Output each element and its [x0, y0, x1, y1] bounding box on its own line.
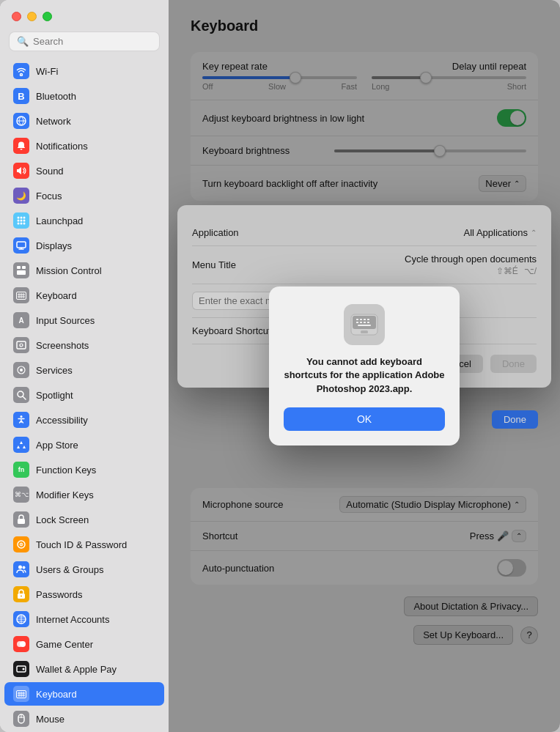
zoom-button[interactable] — [43, 12, 52, 21]
svg-point-36 — [21, 596, 22, 597]
sidebar-item-spotlight[interactable]: Spotlight — [4, 383, 164, 407]
minimize-button[interactable] — [27, 12, 37, 21]
alert-dialog: You cannot add keyboard shortcuts for th… — [269, 286, 460, 446]
bluetooth-icon: B — [13, 88, 29, 104]
svg-rect-30 — [18, 519, 25, 524]
svg-rect-11 — [17, 242, 26, 248]
sidebar-item-wallet[interactable]: Wallet & Apple Pay — [4, 657, 164, 681]
svg-point-4 — [23, 217, 26, 219]
sidebar-item-sound[interactable]: Sound — [4, 159, 164, 182]
sidebar-item-label-internetaccounts: Internet Accounts — [36, 614, 109, 625]
sidebar-item-bluetooth[interactable]: B Bluetooth — [4, 84, 164, 108]
sidebar-item-mission[interactable]: Mission Control — [4, 259, 164, 282]
sidebar-item-appstore[interactable]: App Store — [4, 433, 164, 456]
alert-icon — [344, 304, 385, 345]
svg-rect-55 — [364, 319, 366, 320]
sidebar-item-users[interactable]: Users & Groups — [4, 558, 164, 581]
svg-rect-57 — [356, 322, 358, 323]
close-button[interactable] — [12, 12, 21, 21]
sidebar-item-label-mission: Mission Control — [36, 265, 102, 276]
sidebar-item-input[interactable]: A Input Sources — [4, 308, 164, 332]
traffic-lights — [0, 0, 169, 29]
search-box[interactable]: 🔍 — [9, 32, 160, 51]
sidebar-item-label-function: Function Keys — [36, 465, 96, 476]
svg-point-5 — [18, 220, 20, 222]
sidebar-item-label-touchid: Touch ID & Password — [36, 539, 127, 550]
svg-rect-56 — [367, 319, 369, 320]
sidebar-item-function[interactable]: fn Function Keys — [4, 458, 164, 481]
sidebar-item-screenshot[interactable]: Screenshots — [4, 333, 164, 357]
sidebar-item-internetaccounts[interactable]: Internet Accounts — [4, 607, 164, 631]
svg-rect-54 — [360, 319, 362, 320]
appstore-icon — [13, 437, 29, 453]
sidebar-item-label-users: Users & Groups — [36, 564, 103, 575]
sidebar-item-passwords[interactable]: Passwords — [4, 583, 164, 606]
search-icon: 🔍 — [17, 36, 29, 47]
gamecenter-icon — [13, 636, 29, 652]
wallet-icon — [13, 661, 29, 677]
function-icon: fn — [13, 462, 29, 478]
svg-rect-16 — [17, 270, 26, 275]
sidebar-item-label-services: Services — [36, 365, 73, 376]
screenshot-icon — [13, 337, 29, 353]
sidebar-item-gamecenter[interactable]: Game Center — [4, 632, 164, 656]
sidebar: 🔍 Wi-Fi B Bluetooth Network — [0, 0, 169, 732]
sidebar-item-label-wifi: Wi-Fi — [36, 66, 58, 77]
sidebar-item-label-keyboard-active: Keyboard — [36, 689, 77, 700]
sidebar-item-accessibility[interactable]: Accessibility — [4, 408, 164, 432]
sidebar-item-label-modifier: Modifier Keys — [36, 489, 94, 500]
sidebar-item-label-gamecenter: Game Center — [36, 639, 93, 650]
sidebar-item-label-spotlight: Spotlight — [36, 390, 73, 401]
alert-ok-button[interactable]: OK — [284, 407, 445, 431]
wifi-icon — [13, 63, 29, 79]
modifier-icon: ⌘⌥ — [13, 487, 29, 503]
sidebar-item-label-notifications: Notifications — [36, 141, 88, 152]
sidebar-item-displays[interactable]: Displays — [4, 234, 164, 257]
svg-point-6 — [21, 220, 23, 222]
lockscreen-icon — [13, 511, 29, 528]
sidebar-item-label-mouse: Mouse — [36, 714, 65, 725]
sidebar-item-focus[interactable]: 🌙 Focus — [4, 184, 164, 207]
svg-point-3 — [21, 217, 23, 219]
sidebar-item-label-passwords: Passwords — [36, 589, 83, 600]
mission-icon — [13, 262, 29, 278]
sidebar-item-services[interactable]: Services — [4, 358, 164, 382]
internetaccounts-icon — [13, 611, 29, 627]
sidebar-item-label-screenshot: Screenshots — [36, 340, 89, 351]
sidebar-item-label-appstore: App Store — [36, 440, 78, 451]
sidebar-item-lockscreen[interactable]: Lock Screen — [4, 508, 164, 531]
sidebar-item-keyboard-active[interactable]: Keyboard — [4, 682, 164, 706]
touchid-icon — [13, 536, 29, 552]
network-icon — [13, 113, 29, 129]
svg-rect-60 — [367, 322, 369, 323]
passwords-icon — [13, 586, 29, 602]
svg-point-34 — [23, 566, 26, 569]
svg-point-25 — [20, 369, 23, 371]
notifications-icon — [13, 138, 29, 154]
alert-message: You cannot add keyboard shortcuts for th… — [284, 355, 445, 396]
sidebar-item-launchpad[interactable]: Launchpad — [4, 209, 164, 232]
svg-rect-15 — [22, 266, 26, 269]
mouse-icon — [13, 711, 29, 727]
svg-rect-23 — [17, 341, 26, 349]
svg-point-8 — [18, 223, 20, 225]
users-icon — [13, 561, 29, 577]
sidebar-item-modifier[interactable]: ⌘⌥ Modifier Keys — [4, 483, 164, 506]
sidebar-item-label-bluetooth: Bluetooth — [36, 91, 76, 102]
sidebar-item-label-network: Network — [36, 116, 71, 127]
sidebar-item-keyboard2[interactable]: Keyboard — [4, 284, 164, 307]
svg-rect-61 — [358, 325, 371, 326]
sidebar-item-notifications[interactable]: Notifications — [4, 134, 164, 158]
svg-point-9 — [21, 223, 23, 225]
sidebar-item-wifi[interactable]: Wi-Fi — [4, 59, 164, 83]
alert-overlay: You cannot add keyboard shortcuts for th… — [169, 0, 560, 732]
focus-icon: 🌙 — [13, 188, 29, 204]
svg-point-33 — [18, 566, 22, 569]
sidebar-item-network[interactable]: Network — [4, 109, 164, 133]
search-input[interactable] — [33, 36, 152, 47]
svg-point-41 — [23, 668, 25, 670]
sidebar-item-touchid[interactable]: Touch ID & Password — [4, 533, 164, 556]
spotlight-icon — [13, 387, 29, 403]
sidebar-item-mouse[interactable]: Mouse — [4, 707, 164, 731]
launchpad-icon — [13, 212, 29, 229]
